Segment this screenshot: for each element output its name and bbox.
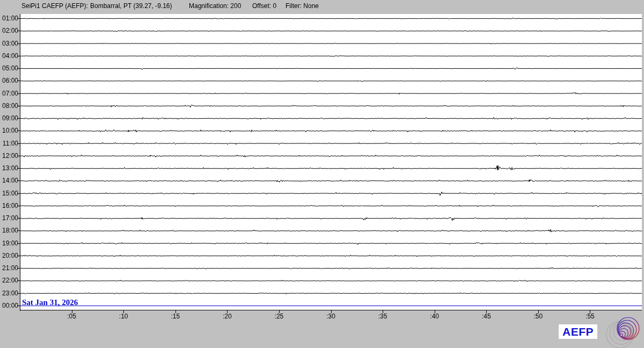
aefp-brand-badge: AEFP (559, 324, 597, 339)
minute-label: :40 (424, 313, 445, 320)
aefp-brand-text: AEFP (562, 325, 594, 338)
status-bar: SeiPi1 CAEFP (AEFP): Bombarral, PT (39.2… (0, 0, 644, 12)
date-label: Sat Jan 31, 2026 (22, 298, 78, 307)
minute-label: :25 (268, 313, 290, 320)
hour-label: 07:00 (0, 90, 18, 97)
hour-label: 05:00 (0, 64, 18, 72)
helicorder-window: SeiPi1 CAEFP (AEFP): Bombarral, PT (39.2… (0, 0, 644, 348)
hour-label: 12:00 (0, 152, 18, 160)
hour-label: 14:00 (0, 177, 18, 184)
hour-label: 01:00 (0, 15, 18, 22)
minute-label: :55 (579, 313, 601, 320)
minute-label: :30 (320, 313, 342, 320)
hour-label: 04:00 (0, 52, 18, 60)
hour-label: 15:00 (0, 190, 18, 197)
hour-label: 19:00 (0, 240, 18, 247)
minute-label: :15 (165, 313, 186, 320)
hour-label: 20:00 (0, 252, 18, 259)
hour-label: 06:00 (0, 77, 18, 84)
hour-label: 17:00 (0, 214, 18, 222)
hour-label: 00:00 (0, 302, 18, 309)
hour-label: 10:00 (0, 127, 18, 134)
station-name: Bombarral, PT (39.27, -9.16) (90, 2, 172, 10)
magnification-value: Magnification: 200 (189, 2, 241, 10)
hour-label: 16:00 (0, 202, 18, 209)
minute-label: :50 (528, 313, 549, 320)
hour-label: 11:00 (0, 140, 18, 147)
hour-label: 23:00 (0, 289, 18, 297)
hour-label: 02:00 (0, 27, 18, 34)
hour-label: 03:00 (0, 40, 18, 47)
minute-label: :20 (216, 313, 238, 320)
minute-label: :35 (372, 313, 393, 320)
hour-label: 13:00 (0, 164, 18, 172)
offset-value: Offset: 0 (252, 2, 276, 10)
hour-label: 08:00 (0, 102, 18, 110)
hour-label: 18:00 (0, 227, 18, 234)
hour-label: 22:00 (0, 277, 18, 284)
helicorder-plot (0, 0, 644, 348)
minute-label: :10 (113, 313, 134, 320)
minute-label: :45 (475, 313, 497, 320)
filter-value: Filter: None (286, 2, 319, 10)
hour-label: 21:00 (0, 264, 18, 272)
app-title: SeiPi1 CAEFP (AEFP): (21, 2, 88, 10)
hour-label: 09:00 (0, 114, 18, 122)
aefp-logo-icon (605, 316, 643, 348)
minute-label: :05 (61, 313, 83, 320)
